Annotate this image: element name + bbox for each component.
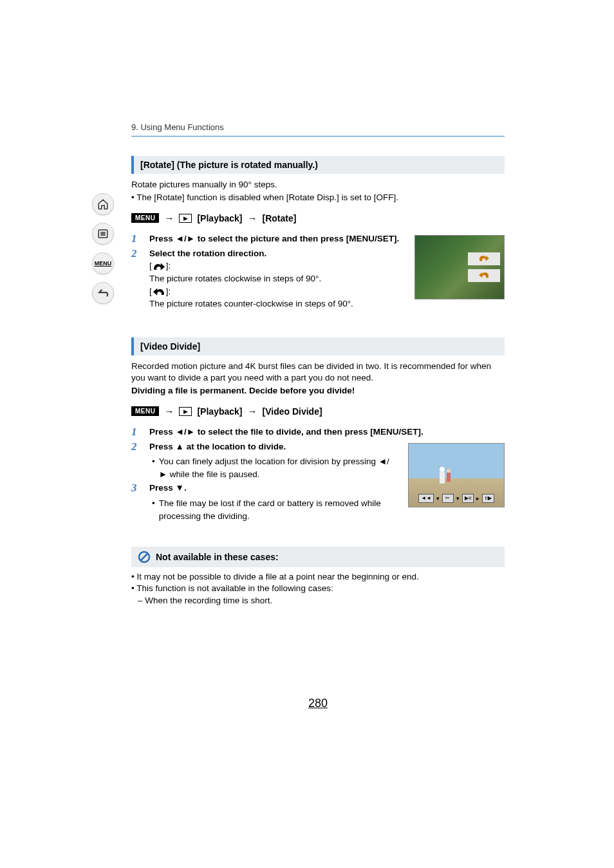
control-separator: ▾ (436, 495, 440, 502)
step-number: 1 (131, 232, 142, 245)
divide-steps: 1 Press ◄/► to select the file to divide… (131, 426, 505, 522)
divide-section-header: [Video Divide] (131, 337, 505, 355)
arrow-icon: → (164, 406, 174, 417)
na-bullet-1: • It may not be possible to divide a fil… (131, 571, 505, 583)
rotate-menu-path: MENU → ▶ [Playback] → [Rotate] (131, 212, 505, 223)
skip-back-button: ◄◄ (418, 494, 434, 503)
divide-illustration: ◄◄ ▾ ✂ ▾ ▶II ▸ II▶ (408, 443, 505, 507)
home-icon[interactable] (92, 193, 114, 215)
breadcrumb: 9. Using Menu Functions (131, 122, 505, 137)
menu-badge: MENU (131, 213, 159, 223)
svg-line-9 (141, 554, 148, 561)
page-number[interactable]: 280 (131, 697, 505, 710)
path-rotate: [Rotate] (263, 213, 297, 223)
step-number: 1 (131, 426, 142, 439)
rotate-intro: Rotate pictures manually in 90° steps. (131, 179, 505, 191)
rotate-ccw-line: []: (149, 285, 402, 298)
path-playback: [Playback] (197, 406, 242, 417)
menu-badge: MENU (131, 406, 159, 416)
divide-step3-title: Press ▼. (149, 482, 395, 495)
rotate-cw-line: []: (149, 259, 402, 272)
na-bullet-2a: – When the recording time is short. (138, 595, 505, 607)
step-number: 2 (131, 247, 142, 310)
rotate-cw-control (468, 252, 500, 265)
list-icon[interactable] (92, 223, 114, 245)
divide-step3-sub: •The file may be lost if the card or bat… (152, 497, 395, 522)
back-icon[interactable] (92, 282, 114, 304)
main-content: 9. Using Menu Functions [Rotate] (The pi… (131, 122, 505, 710)
divide-button: ✂ (442, 494, 454, 503)
rotate-illustration (414, 235, 505, 299)
rotate-ccw-icon (152, 287, 166, 296)
skip-fwd-button: II▶ (482, 494, 494, 503)
playback-icon: ▶ (179, 407, 192, 416)
rotate-note: • The [Rotate] function is disabled when… (131, 192, 505, 203)
divide-step2-sub: •You can finely adjust the location for … (152, 455, 395, 480)
divide-intro: Recorded motion picture and 4K burst fil… (131, 361, 505, 384)
control-separator: ▸ (476, 495, 479, 502)
divide-warning: Dividing a file is permanent. Decide bef… (131, 385, 505, 397)
rotate-step2-title: Select the rotation direction. (149, 247, 402, 260)
divide-menu-path: MENU → ▶ [Playback] → [Video Divide] (131, 406, 505, 417)
step-number: 3 (131, 482, 142, 522)
play-pause-button: ▶II (462, 494, 474, 503)
not-available-title: Not available in these cases: (156, 552, 279, 562)
na-bullet-2: • This function is not available in the … (131, 583, 505, 594)
path-video-divide: [Video Divide] (263, 406, 322, 417)
arrow-icon: → (164, 212, 174, 223)
rotate-cw-icon (152, 262, 166, 271)
playback-icon: ▶ (179, 214, 192, 223)
step-number: 2 (131, 440, 142, 481)
playback-control-strip: ◄◄ ▾ ✂ ▾ ▶II ▸ II▶ (411, 493, 501, 504)
control-separator: ▾ (456, 495, 460, 502)
arrow-icon: → (248, 406, 257, 417)
rotate-ccw-control (468, 269, 500, 282)
svg-point-4 (440, 467, 445, 472)
svg-rect-5 (440, 472, 445, 484)
svg-rect-7 (447, 473, 451, 482)
divide-step2-title: Press ▲ at the location to divide. (149, 440, 395, 453)
arrow-icon: → (248, 212, 257, 223)
divide-step1: Press ◄/► to select the file to divide, … (149, 427, 423, 437)
not-available-header: Not available in these cases: (131, 547, 505, 567)
rotate-cw-desc: The picture rotates clockwise in steps o… (149, 272, 402, 285)
prohibited-icon (138, 551, 151, 563)
sidebar: MENU (90, 193, 116, 304)
path-playback: [Playback] (197, 213, 242, 223)
rotate-step1: Press ◄/► to select the picture and then… (149, 234, 399, 243)
rotate-ccw-desc: The picture rotates counter-clockwise in… (149, 297, 402, 310)
menu-icon[interactable]: MENU (92, 252, 114, 274)
not-available-section: Not available in these cases: • It may n… (131, 547, 505, 607)
rotate-section-header: [Rotate] (The picture is rotated manuall… (131, 156, 505, 174)
svg-point-6 (447, 469, 451, 473)
